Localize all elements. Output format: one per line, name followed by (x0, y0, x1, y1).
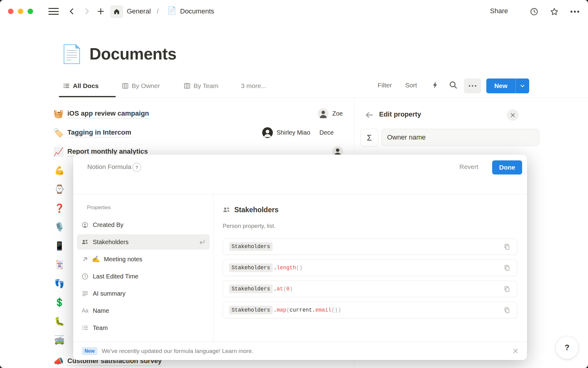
property-name-input[interactable]: Owner name (381, 129, 539, 146)
row-emoji[interactable]: 🃏 (53, 255, 66, 274)
filter-button[interactable]: Filter (378, 82, 392, 89)
breadcrumb-separator: / (157, 7, 159, 15)
formula-example[interactable]: Stakeholders.map(current.email()) (223, 302, 517, 318)
property-label: Name (93, 307, 109, 314)
row-emoji[interactable]: 🎙️ (53, 218, 66, 237)
formula-example[interactable]: Stakeholders (223, 238, 517, 255)
tab-label: 3 more... (241, 82, 266, 90)
row-emoji: 📣 (53, 356, 64, 366)
property-type-sigma-button[interactable]: Σ (360, 129, 378, 147)
back-arrow-icon[interactable] (365, 110, 374, 120)
avatar (262, 127, 273, 138)
row-emoji[interactable]: 💪 (53, 161, 66, 180)
window-titlebar: General / 📄 Documents Share (0, 0, 588, 19)
banner-message[interactable]: We've recently updated our formula langu… (102, 348, 253, 355)
formula-help-icon[interactable]: ? (132, 163, 141, 172)
traffic-light-minimize[interactable] (18, 9, 23, 14)
chevron-down-icon[interactable] (516, 83, 529, 89)
close-icon[interactable] (513, 348, 518, 354)
person-cell[interactable]: Shirley Miao Dece (262, 127, 334, 138)
breadcrumb-root[interactable]: General (127, 7, 151, 15)
row-title[interactable]: Tagging in Intercom (67, 128, 131, 137)
more-options-icon[interactable] (570, 10, 579, 13)
breadcrumb-page-emoji: 📄 (167, 6, 176, 15)
search-icon[interactable] (449, 81, 458, 89)
sort-button[interactable]: Sort (405, 82, 417, 89)
row-emoji[interactable]: 💲 (53, 293, 66, 312)
copy-icon[interactable] (504, 307, 510, 313)
help-button[interactable]: ? (556, 336, 579, 359)
row-emoji: 🧺 (53, 109, 64, 119)
home-icon[interactable] (110, 5, 123, 18)
property-item-created-by[interactable]: Created By (77, 217, 210, 232)
property-item-last-edited-time[interactable]: Last Edited Time (77, 269, 210, 284)
property-label: Last Edited Time (93, 273, 138, 280)
person-name: Shirley Miao (277, 129, 310, 136)
board-icon (122, 82, 129, 89)
favorite-star-icon[interactable] (550, 7, 559, 16)
breadcrumb-page[interactable]: Documents (180, 7, 214, 15)
table-row[interactable]: 🧺 iOS app review campaign (53, 107, 149, 121)
new-badge: New (82, 347, 97, 355)
page-icon[interactable]: 📄 (61, 42, 83, 66)
tab-all-docs[interactable]: All Docs (63, 82, 99, 90)
formula-update-banner: New We've recently updated our formula l… (73, 342, 527, 360)
properties-heading: Properties (87, 205, 111, 211)
property-item-name[interactable]: AaName (77, 303, 210, 318)
new-button[interactable]: New (486, 79, 529, 93)
row-emoji[interactable]: 👣 (53, 274, 66, 293)
new-tab-plus-icon[interactable] (97, 7, 105, 15)
row-emoji-column: 💪⌚❓🎙️📱🃏👣💲🐛🚎 (53, 161, 66, 350)
traffic-light-zoom[interactable] (28, 9, 33, 14)
tab-more-views[interactable]: 3 more... (241, 82, 266, 90)
forward-icon[interactable] (83, 7, 91, 15)
row-emoji[interactable]: 🐛 (53, 312, 66, 331)
tab-label: All Docs (73, 82, 99, 90)
row-emoji: 📈 (53, 147, 64, 157)
traffic-light-close[interactable] (8, 9, 13, 14)
formula-example[interactable]: Stakeholders.length() (223, 259, 517, 276)
view-settings-ellipsis-icon[interactable] (464, 79, 481, 93)
active-tab-underline (59, 96, 116, 97)
row-emoji[interactable]: 🚎 (53, 331, 66, 350)
copy-icon[interactable] (504, 286, 510, 292)
row-title[interactable]: iOS app review campaign (67, 109, 149, 118)
formula-example[interactable]: Stakeholders.at(0) (223, 281, 517, 297)
back-icon[interactable] (68, 7, 75, 15)
detail-title: Stakeholders (234, 206, 278, 214)
row-emoji: 🏷️ (53, 128, 64, 138)
tab-by-team[interactable]: 3 more... By Team (184, 82, 218, 90)
formula-detail-pane: Stakeholders Person property, list. Stak… (213, 194, 527, 342)
new-button-label: New (486, 82, 515, 90)
bullet-list-icon (63, 82, 70, 89)
page-title[interactable]: Documents (89, 44, 176, 63)
history-clock-icon[interactable] (530, 7, 538, 16)
share-button[interactable]: Share (490, 7, 508, 15)
table-row[interactable]: 🏷️ Tagging in Intercom (53, 126, 131, 140)
row-emoji[interactable]: 📱 (53, 236, 66, 255)
done-button[interactable]: Done (492, 160, 522, 174)
notion-window: General / 📄 Documents Share 📄 Documents … (0, 0, 588, 368)
person-cell[interactable]: Zoe (318, 108, 343, 119)
close-icon[interactable] (507, 109, 518, 121)
view-bar-divider (59, 98, 588, 98)
person-circle-icon (81, 221, 89, 228)
row-emoji[interactable]: ❓ (53, 199, 66, 218)
row-emoji[interactable]: ⌚ (53, 180, 66, 199)
copy-icon[interactable] (504, 265, 510, 271)
automation-bolt-icon[interactable] (431, 81, 439, 89)
copy-icon[interactable] (504, 243, 510, 250)
property-item-meeting-notes[interactable]: ✍️Meeting notes (77, 251, 210, 267)
panel-title: Edit property (379, 110, 421, 118)
property-label: AI summary (93, 290, 126, 297)
tab-by-owner[interactable]: By Owner (122, 82, 160, 90)
revert-button[interactable]: Revert (459, 163, 478, 171)
property-label: Created By (93, 221, 123, 228)
property-label: Meeting notes (104, 256, 142, 263)
person-name: Zoe (332, 110, 343, 117)
property-item-stakeholders[interactable]: Stakeholders (77, 234, 210, 250)
property-item-team[interactable]: Team (77, 320, 210, 335)
property-item-ai-summary[interactable]: AI summary (77, 286, 210, 301)
sidebar-menu-icon[interactable] (48, 8, 59, 15)
detail-description: Person property, list. (223, 223, 276, 229)
